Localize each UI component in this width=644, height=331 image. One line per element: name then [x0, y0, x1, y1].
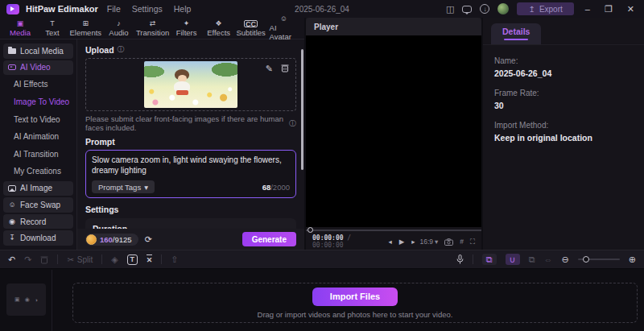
layout-panels-icon[interactable]: ◫: [446, 5, 454, 14]
prompt-tags-button[interactable]: Prompt Tags ▾: [92, 180, 155, 193]
transition-icon: ⇄: [150, 20, 156, 27]
minimize-button[interactable]: –: [582, 4, 593, 14]
sidebar-item-label: Face Swap: [20, 201, 60, 209]
tab-ai-avatar[interactable]: ☺ AI Avatar: [268, 15, 299, 41]
upload-dropzone[interactable]: ✎: [85, 58, 296, 111]
fit-timeline-button[interactable]: ⇔: [544, 254, 553, 264]
feedback-icon[interactable]: [462, 6, 472, 13]
text-icon: T: [50, 20, 55, 27]
magnet-snap-toggle[interactable]: ∪: [506, 254, 520, 265]
tab-effects[interactable]: ❖ Effects: [204, 20, 234, 37]
tab-transition[interactable]: ⇄ Transition: [136, 20, 170, 37]
field-value: 2025-06-26_04: [494, 68, 633, 78]
tab-filters[interactable]: ✦ Filters: [171, 20, 202, 37]
info-icon[interactable]: ⓘ: [289, 118, 296, 129]
sidebar-item-local-media[interactable]: Local Media: [3, 43, 73, 59]
aspect-ratio-select[interactable]: 16:9 ▾: [419, 238, 438, 246]
unlink-clips-button[interactable]: ⧉: [529, 254, 535, 265]
download-center-icon[interactable]: ↓: [480, 4, 489, 14]
export-arrow-icon: ↥: [528, 5, 535, 14]
tab-audio[interactable]: ♪ Audio: [104, 20, 134, 37]
thumbnail-art: [176, 90, 188, 95]
download-icon: ↧: [8, 234, 16, 242]
tab-details[interactable]: Details: [491, 23, 541, 44]
add-to-track-button[interactable]: ⇧: [171, 254, 178, 265]
redo-button[interactable]: ↷: [24, 254, 31, 265]
upload-hint-text: Please submit clear front-facing images …: [85, 114, 287, 132]
prompt-input[interactable]: Slow camera zoom in, light wind swaying …: [92, 155, 290, 180]
uploaded-image-thumbnail[interactable]: [144, 61, 237, 108]
settings-section-label: Settings: [85, 205, 296, 214]
settings-label: Settings: [85, 205, 118, 214]
video-preview[interactable]: [306, 35, 481, 227]
tab-subtitles[interactable]: CC Subtitles: [236, 20, 266, 37]
credits-balance[interactable]: 160/9125: [85, 234, 138, 246]
sidebar-item-ai-image[interactable]: AI Image: [3, 181, 73, 197]
play-icon[interactable]: ▶: [399, 238, 405, 246]
voiceover-mic-button[interactable]: [456, 254, 464, 264]
seek-knob[interactable]: [308, 227, 313, 233]
menu-file[interactable]: File: [105, 4, 123, 14]
sidebar-item-my-creations[interactable]: My Creations: [3, 163, 73, 180]
panel-scrollbar[interactable]: [301, 49, 303, 170]
tab-label: Filters: [176, 28, 197, 37]
tab-text[interactable]: T Text: [37, 20, 68, 37]
thumbnail-actions: ✎: [266, 64, 289, 74]
total-time: 00:00:00: [312, 242, 344, 249]
menu-help[interactable]: Help: [171, 4, 194, 14]
sidebar-item-download[interactable]: ↧ Download: [3, 230, 73, 246]
toggle-visibility-icon[interactable]: ◉: [25, 296, 30, 303]
tab-elements[interactable]: ⊞ Elements: [69, 20, 102, 37]
image-to-video-panel: Upload ⓘ ✎: [76, 39, 304, 250]
sidebar-item-face-swap[interactable]: ☺ Face Swap: [3, 197, 73, 213]
zoom-in-button[interactable]: ⊕: [629, 254, 636, 265]
sidebar-item-ai-transition[interactable]: AI Transition: [3, 147, 73, 163]
generate-button[interactable]: Generate: [242, 232, 296, 246]
previous-frame-icon[interactable]: ◂: [388, 238, 391, 246]
zoom-out-button[interactable]: ⊖: [562, 254, 569, 265]
delete-button[interactable]: [40, 255, 48, 264]
sticker-button[interactable]: ◈: [111, 254, 118, 265]
field-label: Frame Rate:: [494, 89, 633, 97]
snapshot-icon[interactable]: [444, 238, 453, 246]
sidebar-item-text-to-video[interactable]: Text to Video: [3, 111, 73, 127]
split-button[interactable]: ✂ Split: [67, 255, 93, 264]
close-button[interactable]: ✕: [624, 4, 638, 14]
seek-bar[interactable]: [306, 227, 481, 234]
sidebar-item-ai-effects[interactable]: AI Effects: [3, 77, 73, 93]
sidebar-item-record[interactable]: ◉ Record: [3, 214, 73, 230]
add-text-button[interactable]: T: [127, 254, 138, 265]
edit-image-icon[interactable]: ✎: [266, 64, 273, 74]
delete-image-icon[interactable]: [281, 64, 289, 72]
sidebar-item-image-to-video[interactable]: Image To Video: [3, 94, 73, 110]
import-files-button[interactable]: Import Files: [312, 288, 398, 306]
timeline-dropzone[interactable]: Import Files Drag or import videos and p…: [72, 283, 638, 323]
refresh-credits-icon[interactable]: ⟳: [145, 234, 152, 245]
sidebar-item-label: Local Media: [20, 47, 64, 56]
remove-subtitle-button[interactable]: ✕: [147, 254, 153, 264]
user-avatar[interactable]: [497, 3, 509, 14]
field-label: Import Method:: [494, 121, 633, 130]
sidebar-item-ai-animation[interactable]: AI Animation: [3, 129, 73, 145]
undo-button[interactable]: ↶: [8, 254, 15, 265]
export-button[interactable]: ↥ Export: [517, 2, 573, 15]
restore-button[interactable]: ❐: [601, 4, 616, 14]
folder-icon: [8, 48, 16, 54]
menu-settings[interactable]: Settings: [130, 4, 165, 14]
link-clips-toggle[interactable]: ⧉: [482, 254, 497, 265]
titlebar: HitPaw Edimakor File Settings Help 2025-…: [0, 0, 644, 18]
tab-media[interactable]: ▣ Media: [5, 20, 35, 37]
timeline-zoom-slider[interactable]: [578, 259, 620, 260]
next-frame-icon[interactable]: ▸: [411, 238, 415, 246]
mute-track-icon[interactable]: ◑: [35, 297, 38, 303]
lock-track-icon[interactable]: ▣: [14, 296, 20, 303]
tab-label: Effects: [207, 28, 230, 37]
info-icon[interactable]: ⓘ: [118, 44, 125, 55]
sidebar-item-ai-video[interactable]: AI Video: [3, 60, 73, 76]
fullscreen-icon[interactable]: ⛶: [470, 238, 475, 246]
prompt-tags-label: Prompt Tags: [98, 183, 141, 192]
grid-overlay-icon[interactable]: #: [460, 238, 464, 246]
zoom-slider-knob[interactable]: [583, 256, 589, 263]
seek-track: [306, 230, 481, 231]
time-separator: /: [347, 234, 351, 242]
